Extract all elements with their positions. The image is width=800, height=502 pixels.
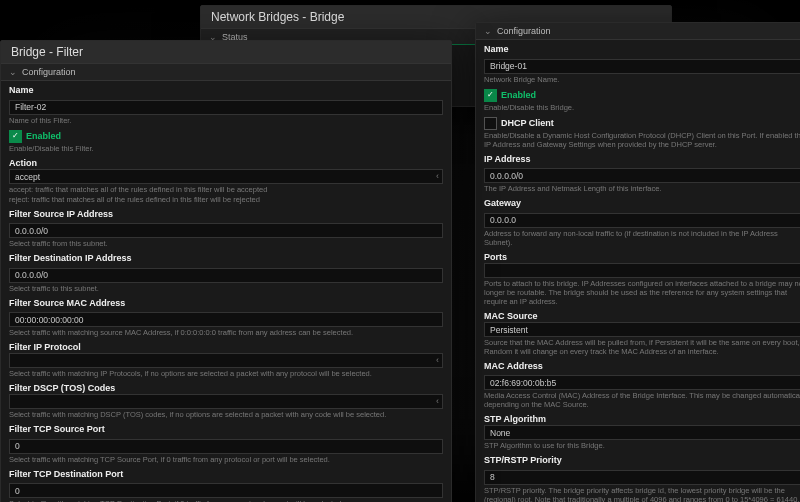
ftcpsrc-input[interactable] [9,439,443,454]
fdscp-help: Select traffic with matching DSCP (TOS) … [9,410,443,419]
mac-input[interactable] [484,375,800,390]
ip-label: IP Address [484,154,800,164]
ftcpdst-label: Filter TCP Destination Port [9,469,443,479]
ports-label: Ports [484,252,800,262]
action-select[interactable]: accept [9,169,443,184]
enabled-label: Enabled [501,90,536,100]
fdstip-label: Filter Destination IP Address [9,253,443,263]
prio-help: STP/RSTP priority. The bridge priority a… [484,486,800,503]
fsrcmac-help: Select traffic with matching source MAC … [9,328,443,337]
window-title: Bridge - Filter [1,41,451,64]
name-help: Name of this Filter. [9,116,443,125]
stp-select[interactable]: None [484,425,800,440]
ftcpsrc-help: Select traffic with matching TCP Source … [9,455,443,464]
fdstip-help: Select traffic to this subnet. [9,284,443,293]
chevron-down-icon: ⌄ [9,67,17,77]
gateway-input[interactable] [484,213,800,228]
chevron-down-icon: ⌄ [484,26,492,36]
window-bridge-config: ⌄ Configuration Name Network Bridge Name… [475,22,800,502]
ip-input[interactable] [484,168,800,183]
ftcpdst-input[interactable] [9,483,443,498]
ip-help: The IP Address and Netmask Length of thi… [484,184,800,193]
prio-label: STP/RSTP Priority [484,455,800,465]
name-input[interactable] [484,59,800,74]
fsrcip-label: Filter Source IP Address [9,209,443,219]
macsrc-label: MAC Source [484,311,800,321]
config-header-label: Configuration [22,67,76,77]
fipproto-help: Select traffic with matching IP Protocol… [9,369,443,378]
fsrcmac-input[interactable] [9,312,443,327]
macsrc-help: Source that the MAC Address will be pull… [484,338,800,356]
fdscp-label: Filter DSCP (TOS) Codes [9,383,443,393]
enabled-checkbox[interactable] [484,89,497,102]
stp-help: STP Algorithm to use for this Bridge. [484,441,800,450]
enabled-label: Enabled [26,131,61,141]
ports-select[interactable] [484,263,800,278]
fsrcip-input[interactable] [9,223,443,238]
window-bridge-filter: Bridge - Filter ⌄ Configuration Name Nam… [0,40,452,502]
fipproto-select[interactable] [9,353,443,368]
name-label: Name [484,44,800,54]
config-header[interactable]: ⌄ Configuration [1,64,451,81]
fdscp-select[interactable] [9,394,443,409]
enabled-help: Enable/Disable this Filter. [9,144,443,153]
enabled-help: Enable/Disable this Bridge. [484,103,800,112]
action-help1: accept: traffic that matches all of the … [9,185,443,194]
config-header-label: Configuration [497,26,551,36]
fsrcmac-label: Filter Source MAC Address [9,298,443,308]
gateway-help: Address to forward any non-local traffic… [484,229,800,247]
name-input[interactable] [9,100,443,115]
gateway-label: Gateway [484,198,800,208]
mac-label: MAC Address [484,361,800,371]
ftcpsrc-label: Filter TCP Source Port [9,424,443,434]
dhcp-label: DHCP Client [501,118,554,128]
name-help: Network Bridge Name. [484,75,800,84]
enabled-checkbox[interactable] [9,130,22,143]
mac-help: Media Access Control (MAC) Address of th… [484,391,800,409]
action-help2: reject: traffic that matches all of the … [9,195,443,204]
action-label: Action [9,158,443,168]
macsrc-select[interactable]: Persistent [484,322,800,337]
name-label: Name [9,85,443,95]
config-header[interactable]: ⌄ Configuration [476,23,800,40]
fipproto-label: Filter IP Protocol [9,342,443,352]
stp-label: STP Algorithm [484,414,800,424]
dhcp-help: Enable/Disable a Dynamic Host Configurat… [484,131,800,149]
dhcp-checkbox[interactable] [484,117,497,130]
fdstip-input[interactable] [9,268,443,283]
prio-input[interactable] [484,470,800,485]
ports-help: Ports to attach to this bridge. IP Addre… [484,279,800,306]
fsrcip-help: Select traffic from this subnet. [9,239,443,248]
